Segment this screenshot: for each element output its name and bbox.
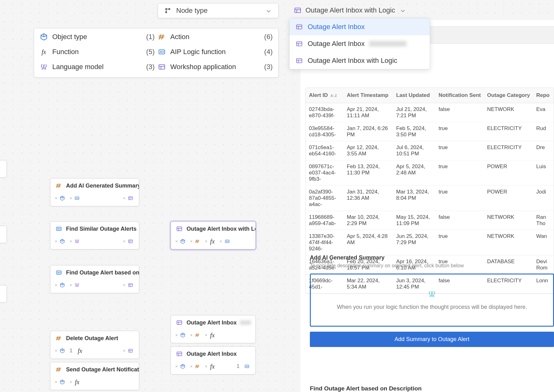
table-cell: Apr 5, 2024, 2:48 AM: [393, 160, 435, 186]
node-label: Outage Alert Inbox with Logic: [187, 226, 255, 232]
category-count: (1): [146, 33, 155, 41]
node-find-similar[interactable]: Find Similar Outage Alerts ×××: [50, 221, 139, 249]
table-row[interactable]: 13387e30-474f-4f44-9246-Apr 5, 2024, 4:2…: [306, 230, 554, 255]
dropdown-item[interactable]: Outage Alert Inbox with Logic: [290, 52, 430, 69]
dropdown-item[interactable]: Outage Alert Inbox: [290, 35, 430, 52]
table-cell: 11968689-a959-47ab-: [306, 211, 344, 230]
node-type-label: Node type: [176, 7, 208, 15]
table-cell: Jan 7, 2024, 6:26 PM: [344, 122, 393, 141]
table-header[interactable]: Outage Category: [484, 88, 533, 103]
node-label: Delete Outage Alert: [66, 335, 118, 342]
stub-node[interactable]: [0, 160, 7, 178]
action-icon: [55, 365, 63, 374]
table-cell: 13387e30-474f-4f44-9246-: [306, 230, 344, 255]
category-count: (3): [146, 63, 155, 71]
table-header[interactable]: Alert ID A↓Z: [306, 88, 344, 103]
table-header[interactable]: Repo: [533, 88, 554, 103]
node-label: Find Outage Alert based on de...: [66, 269, 139, 276]
table-cell: Jul 21, 2024, 7:21 PM: [393, 103, 435, 122]
table-cell: Mar 13, 2024, 8:04 PM: [393, 186, 435, 211]
node-type-dropdown[interactable]: Node type: [158, 3, 279, 18]
node-inbox-2[interactable]: Outage Alert Inbox ×××fx: [171, 315, 256, 343]
dropdown-item-label: Outage Alert Inbox: [308, 40, 365, 48]
workshop-icon: [175, 319, 183, 327]
node-label: Send Outage Alert Notificatio...: [66, 366, 139, 373]
workshop-icon: [175, 225, 183, 233]
table-cell: Apr 12, 2024, 3:55 AM: [344, 141, 393, 160]
dropdown-item-label: Outage Alert Inbox: [308, 23, 365, 31]
table-cell: Mar 10, 2024, 2:29 PM: [344, 211, 393, 230]
table-cell: NETWORK: [484, 211, 533, 230]
workshop-icon: [295, 57, 303, 65]
summary-subtitle: To populate description summary on selec…: [310, 263, 554, 269]
category-count: (4): [264, 48, 273, 56]
lang-icon: [40, 63, 48, 71]
table-row[interactable]: 11968689-a959-47ab-Mar 10, 2024, 2:29 PM…: [306, 211, 554, 230]
table-cell: Wan: [533, 230, 554, 255]
workshop-icon: [294, 6, 302, 14]
table-row[interactable]: 0a2af390-87a0-4855-a4ac-Jan 31, 2024, 12…: [306, 186, 554, 211]
table-header[interactable]: Last Updated: [393, 88, 435, 103]
workshop-icon: [295, 40, 303, 48]
table-header[interactable]: Notification Sent: [435, 88, 484, 103]
table-row[interactable]: 0897671c-e037-4ac4-9fb3-Feb 13, 2024, 11…: [306, 160, 554, 186]
table-cell: NETWORK: [484, 103, 533, 122]
category-row[interactable]: Language model(3): [40, 63, 155, 71]
summary-box: When you run your logic function the tho…: [310, 274, 554, 327]
node-send-notification[interactable]: Send Outage Alert Notificatio... ××fx: [50, 362, 139, 390]
table-cell: ELECTRICITY: [484, 122, 533, 141]
dropdown-trigger-label: Outage Alert Inbox with Logic: [305, 6, 395, 14]
node-label: Add AI Generated Summary to...: [66, 183, 139, 189]
category-count: (3): [264, 63, 273, 71]
table-header[interactable]: Alert Timestamp: [344, 88, 393, 103]
summary-placeholder: When you run your logic function the tho…: [337, 304, 527, 310]
table-cell: Jodi: [533, 186, 554, 211]
category-label: AIP Logic function: [170, 48, 226, 56]
node-inbox-logic[interactable]: Outage Alert Inbox with Logic ×××fx×: [171, 221, 256, 249]
category-row[interactable]: Object type(1): [40, 33, 155, 41]
table-cell: NETWORK: [484, 230, 533, 255]
category-label: Object type: [52, 33, 87, 41]
table-cell: Ran Tho: [533, 211, 554, 230]
category-row[interactable]: Workshop application(3): [158, 63, 273, 71]
stub-node[interactable]: [0, 285, 7, 303]
table-row[interactable]: 02743bda-e870-439f-Apr 21, 2024, 11:11 A…: [306, 103, 554, 122]
aip-icon: [158, 48, 166, 56]
add-summary-button[interactable]: Add Summary to Outage Alert: [310, 332, 554, 347]
table-cell: Feb 5, 2024, 3:50 PM: [393, 122, 435, 141]
workshop-app-dropdown[interactable]: Outage Alert Inbox with Logic: [290, 4, 411, 17]
category-row[interactable]: fxFunction(5): [40, 48, 155, 56]
category-row[interactable]: AIP Logic function(4): [158, 48, 273, 56]
workshop-icon: [295, 23, 303, 31]
table-cell: Apr 21, 2024, 11:11 AM: [344, 103, 393, 122]
table-cell: Jun 25, 2024, 7:29 PM: [393, 230, 435, 255]
table-row[interactable]: 03e95584-cd18-4305-Jan 7, 2024, 6:26 PMF…: [306, 122, 554, 141]
table-cell: true: [435, 160, 484, 186]
category-row[interactable]: Action(6): [158, 33, 273, 41]
table-cell: 0897671c-e037-4ac4-9fb3-: [306, 160, 344, 186]
workshop-icon: [175, 350, 183, 358]
table-cell: Eva: [533, 103, 554, 122]
table-cell: Feb 13, 2024, 11:30 PM: [344, 160, 393, 186]
category-count: (6): [264, 33, 273, 41]
node-find-by-desc[interactable]: Find Outage Alert based on de... ×××: [50, 265, 139, 293]
node-type-panel: Object type(1)Action(6)fxFunction(5)AIP …: [34, 28, 279, 78]
node-inbox-3[interactable]: Outage Alert Inbox ×××fx1: [171, 346, 256, 374]
table-cell: Rud: [533, 122, 554, 141]
table-cell: 03e95584-cd18-4305-: [306, 122, 344, 141]
table-cell: Apr 5, 2024, 4:28 AM: [344, 230, 393, 255]
cube-icon: [40, 33, 48, 41]
table-cell: true: [435, 186, 484, 211]
dropdown-item-label: Outage Alert Inbox with Logic: [308, 57, 397, 65]
dropdown-item[interactable]: Outage Alert Inbox: [290, 18, 430, 35]
table-row[interactable]: 071c6ea1-eb54-4160-Apr 12, 2024, 3:55 AM…: [306, 141, 554, 160]
node-delete-alert[interactable]: Delete Outage Alert ×1 fx×: [50, 331, 139, 359]
table-cell: false: [435, 211, 484, 230]
chevron-down-icon: [399, 6, 407, 14]
node-add-summary[interactable]: Add AI Generated Summary to... ×××: [50, 178, 139, 206]
stub-node[interactable]: [0, 226, 7, 243]
category-label: Action: [170, 33, 189, 41]
category-label: Function: [52, 48, 79, 56]
table-cell: Luis: [533, 160, 554, 186]
node-label: Outage Alert Inbox: [187, 351, 237, 357]
